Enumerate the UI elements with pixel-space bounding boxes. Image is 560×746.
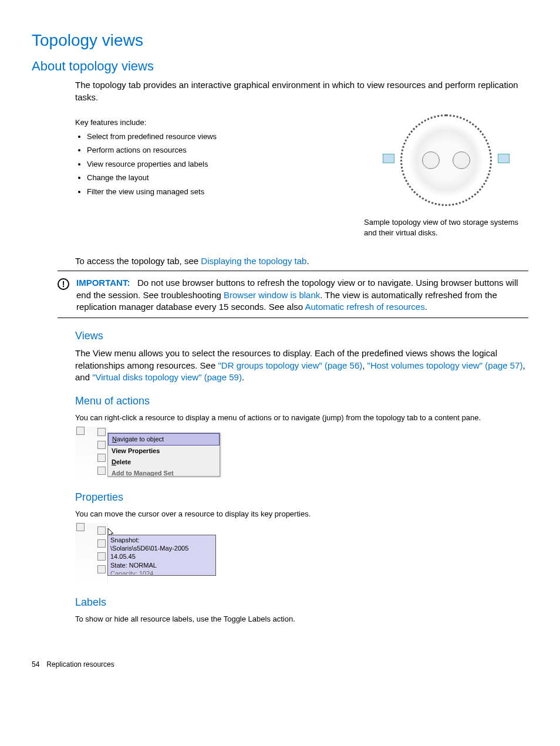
menu-item-delete[interactable]: DeleteDelete: [108, 457, 220, 468]
footer-title: Replication resources: [46, 660, 114, 669]
menu-actions-paragraph: You can right-click a resource to displa…: [75, 413, 528, 423]
browser-blank-link[interactable]: Browser window is blank: [224, 290, 320, 300]
menu-item-view-properties[interactable]: View Properties: [108, 445, 220, 457]
access-prefix: To access the topology tab, see: [75, 256, 201, 266]
features-intro: Key features include:: [75, 117, 346, 128]
property-tooltip: Snapshot: \Solaris\s5D6\01-May-2005 14.0…: [107, 535, 216, 576]
tooltip-line: State: NORMAL: [110, 561, 213, 569]
section-heading-about: About topology views: [32, 58, 528, 75]
topology-sample-figure: [387, 114, 505, 207]
important-label: IMPORTANT:: [76, 278, 130, 288]
tooltip-line: Capacity: 1024: [110, 569, 213, 575]
feature-item: Perform actions on resources: [87, 145, 346, 156]
intro-paragraph: The topology tab provides an interactive…: [75, 79, 528, 103]
important-icon: !: [58, 278, 69, 290]
feature-list: Select from predefined resource views Pe…: [75, 131, 346, 197]
views-heading: Views: [75, 329, 528, 343]
menu-item-add-managed-set[interactable]: Add to Managed Set: [108, 468, 220, 476]
auto-refresh-link[interactable]: Automatic refresh of resources: [305, 302, 424, 312]
important-note: IMPORTANT: Do not use browser buttons to…: [76, 277, 528, 313]
feature-item: View resource properties and labels: [87, 159, 346, 170]
dr-groups-link[interactable]: "DR groups topology view" (page 56): [218, 360, 362, 370]
tooltip-line: 14.05.45: [110, 552, 213, 561]
menu-actions-heading: Menu of actions: [75, 394, 528, 408]
context-menu: NNavigate to objectavigate to object Vie…: [107, 433, 220, 477]
labels-paragraph: To show or hide all resource labels, use…: [75, 614, 528, 625]
feature-item: Filter the view using managed sets: [87, 187, 346, 197]
properties-heading: Properties: [75, 490, 528, 504]
host-volumes-link[interactable]: "Host volumes topology view" (page 57): [367, 360, 523, 370]
page-number: 54: [32, 660, 39, 669]
properties-tooltip-figure: Snapshot: \Solaris\s5D6\01-May-2005 14.0…: [75, 523, 221, 585]
tooltip-line: Snapshot:: [110, 536, 213, 544]
figure-caption: Sample topology view of two storage syst…: [364, 217, 528, 238]
feature-item: Change the layout: [87, 173, 346, 183]
virtual-disks-link[interactable]: "Virtual disks topology view" (page 59): [92, 372, 242, 382]
feature-item: Select from predefined resource views: [87, 131, 346, 142]
page-title: Topology views: [32, 29, 528, 52]
context-menu-figure: NNavigate to objectavigate to object Vie…: [75, 427, 221, 480]
properties-paragraph: You can move the cursor over a resource …: [75, 509, 528, 519]
views-paragraph: The View menu allows you to select the r…: [75, 347, 528, 383]
menu-item-navigate[interactable]: NNavigate to objectavigate to object: [108, 433, 220, 445]
tooltip-line: \Solaris\s5D6\01-May-2005: [110, 544, 213, 552]
displaying-topology-tab-link[interactable]: Displaying the topology tab: [201, 256, 306, 266]
access-line: To access the topology tab, see Displayi…: [75, 255, 528, 267]
labels-heading: Labels: [75, 595, 528, 609]
sep: ,: [362, 360, 367, 370]
